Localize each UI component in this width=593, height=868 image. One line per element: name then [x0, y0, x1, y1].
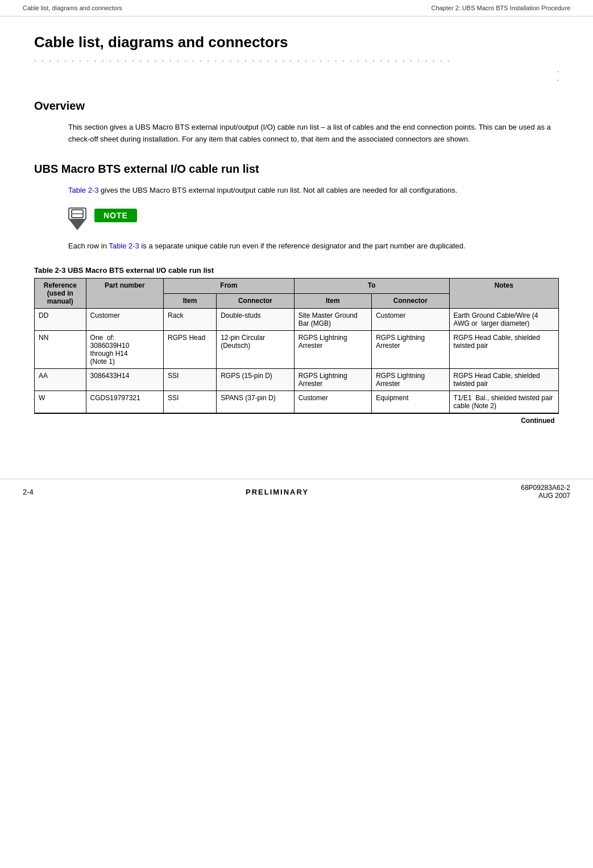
overview-body: This section gives a UBS Macro BTS exter… [68, 122, 559, 146]
note-badge: NOTE [94, 209, 137, 222]
cell-to-item: RGPS Lightning Arrester [294, 331, 371, 369]
cable-table-body: DDCustomerRackDouble-studsSite Master Gr… [35, 309, 559, 428]
table-row: DDCustomerRackDouble-studsSite Master Gr… [35, 309, 559, 331]
table-row: NNOne of: 3086039H10 through H14 (Note 1… [35, 331, 559, 369]
continued-text: Continued [35, 413, 559, 427]
col-reference: Reference(used inmanual) [35, 279, 86, 309]
note-icon [68, 207, 86, 230]
cell-notes: RGPS Head Cable, shielded twisted pair [449, 369, 558, 391]
cell-ref: DD [35, 309, 86, 331]
table-ref-link-2[interactable]: Table 2-3 [109, 242, 139, 250]
cell-ref: AA [35, 369, 86, 391]
col-notes: Notes [449, 279, 558, 309]
header-left: Cable list, diagrams and connectors [23, 5, 122, 11]
cell-part-number: 3086433H14 [86, 369, 163, 391]
table-row: WCGDS19797321SSISPANS (37-pin D)Customer… [35, 391, 559, 414]
cell-from-item: RGPS Head [164, 331, 217, 369]
title-dot2: . [34, 65, 559, 74]
note-symbol-icon [68, 207, 86, 220]
cable-run-intro: Table 2-3 gives the UBS Macro BTS extern… [68, 185, 559, 197]
cell-to-connector: Equipment [372, 391, 449, 414]
col-from: From [164, 279, 295, 294]
cell-to-item: RGPS Lightning Arrester [294, 369, 371, 391]
note-body-suffix: is a separate unique cable run even if t… [139, 242, 466, 250]
col-from-item: Item [164, 293, 217, 309]
table-row: AA3086433H14SSIRGPS (15-pin D)RGPS Light… [35, 369, 559, 391]
cell-to-connector: RGPS Lightning Arrester [372, 331, 449, 369]
cell-from-connector: Double-studs [217, 309, 294, 331]
col-part-number: Part number [86, 279, 163, 309]
overview-heading: Overview [34, 99, 559, 113]
cell-from-connector: SPANS (37-pin D) [217, 391, 294, 414]
continued-row: Continued [35, 413, 559, 427]
page-title: Cable list, diagrams and connectors [34, 34, 559, 51]
table-header-row-1: Reference(used inmanual) Part number Fro… [35, 279, 559, 294]
cell-notes: Earth Ground Cable/Wire (4 AWG or larger… [449, 309, 558, 331]
cell-to-connector: Customer [372, 309, 449, 331]
col-from-connector: Connector [217, 293, 294, 309]
cell-notes: T1/E1 Bal., shielded twisted pair cable … [449, 391, 558, 414]
cell-from-connector: RGPS (15-pin D) [217, 369, 294, 391]
cell-ref: NN [35, 331, 86, 369]
footer-left: 2-4 [23, 488, 34, 496]
col-to: To [294, 279, 449, 294]
table-ref-link-1[interactable]: Table 2-3 [68, 186, 98, 194]
cell-notes: RGPS Head Cable, shielded twisted pair [449, 331, 558, 369]
cell-to-connector: RGPS Lightning Arrester [372, 369, 449, 391]
cell-ref: W [35, 391, 86, 414]
note-text: Each row in Table 2-3 is a separate uniq… [68, 240, 559, 252]
title-dots: . . . . . . . . . . . . . . . . . . . . … [34, 55, 559, 63]
cable-run-intro-text: gives the UBS Macro BTS external input/o… [101, 186, 457, 194]
cell-to-item: Site Master Ground Bar (MGB) [294, 309, 371, 331]
col-to-item: Item [294, 293, 371, 309]
cell-from-connector: 12-pin Circular (Deutsch) [217, 331, 294, 369]
note-body-prefix: Each row in [68, 242, 109, 250]
cable-table: Reference(used inmanual) Part number Fro… [34, 278, 559, 427]
header-right: Chapter 2: UBS Macro BTS Installation Pr… [431, 5, 570, 11]
cable-run-heading: UBS Macro BTS external I/O cable run lis… [34, 163, 559, 176]
cell-from-item: SSI [164, 391, 217, 414]
page-content: Cable list, diagrams and connectors . . … [0, 16, 593, 462]
cell-part-number: CGDS19797321 [86, 391, 163, 414]
table-caption: Table 2-3 UBS Macro BTS external I/O cab… [34, 266, 559, 275]
cell-part-number: One of: 3086039H10 through H14 (Note 1) [86, 331, 163, 369]
cell-from-item: Rack [164, 309, 217, 331]
page-footer: 2-4 PRELIMINARY 68P09283A62-2AUG 2007 [0, 479, 593, 504]
footer-right: 68P09283A62-2AUG 2007 [521, 484, 570, 500]
cell-to-item: Customer [294, 391, 371, 414]
cell-part-number: Customer [86, 309, 163, 331]
col-to-connector: Connector [372, 293, 449, 309]
title-dot3: . [34, 74, 559, 82]
note-arrow-icon [69, 220, 85, 230]
page-header: Cable list, diagrams and connectors Chap… [0, 0, 593, 16]
note-box: NOTE [68, 206, 559, 230]
cell-from-item: SSI [164, 369, 217, 391]
footer-center: PRELIMINARY [246, 488, 309, 496]
